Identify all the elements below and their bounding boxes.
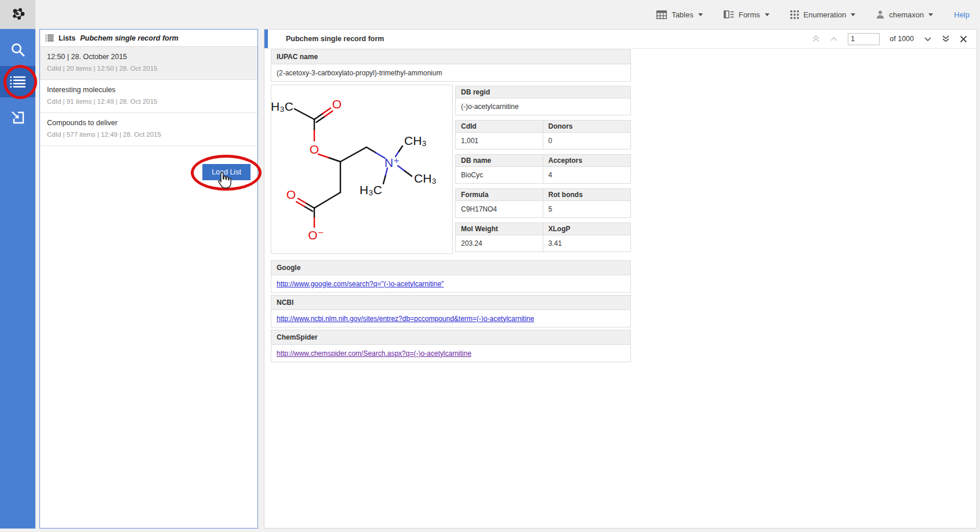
- field-label: Mol Weight: [455, 223, 543, 235]
- atom-label: O: [310, 143, 319, 156]
- app-root: { "topbar": { "menus": [ { "label": "Tab…: [0, 0, 980, 532]
- last-record-icon[interactable]: [942, 35, 950, 42]
- molecule-structure-drawing: H₃C O O N⁺ CH₃ CH₃ H₃C O O⁻: [271, 85, 452, 253]
- chemaxon-molecule-logo-icon: [9, 6, 27, 23]
- lists-panel-form-name: Pubchem single record form: [80, 34, 178, 42]
- list-item-title: Compounds to deliver: [47, 119, 251, 127]
- menu-tables[interactable]: Tables: [656, 10, 703, 19]
- previous-record-icon[interactable]: [830, 37, 838, 42]
- sidebar-item-import-list[interactable]: [0, 102, 35, 133]
- field-value: (-)o-acetylcarnitine: [455, 99, 631, 115]
- menu-enumeration[interactable]: Enumeration: [790, 10, 856, 19]
- red-circle-annotation-lists-icon: [3, 65, 37, 99]
- atom-label: H₃C: [271, 100, 293, 113]
- field-label: IUPAC name: [271, 49, 631, 64]
- caret-down-icon: [765, 13, 770, 16]
- field-row-molweight-xlogp: Mol Weight 203.24 XLogP 3.41: [455, 223, 631, 252]
- field-label: NCBI: [271, 295, 631, 310]
- field-row-formula-rotbonds: Formula C9H17NO4 Rot bonds 5: [455, 188, 631, 218]
- record-fields-column: DB regid (-)o-acetylcarnitine CdId 1,001…: [455, 86, 631, 257]
- list-item-title: Interesting molecules: [47, 86, 251, 94]
- field-label: CdId: [455, 120, 543, 133]
- field-rot-bonds: Rot bonds 5: [543, 188, 631, 218]
- forms-icon: [724, 10, 734, 19]
- menu-tables-label: Tables: [672, 10, 694, 19]
- menu-user[interactable]: chemaxon: [876, 10, 933, 19]
- molecule-structure-viewer[interactable]: H₃C O O N⁺ CH₃ CH₃ H₃C O O⁻: [271, 85, 453, 254]
- field-value: 203.24: [455, 235, 543, 252]
- field-row-cdid-donors: CdId 1,001 Donors 0: [455, 120, 631, 150]
- field-db-regid: DB regid (-)o-acetylcarnitine: [455, 86, 631, 115]
- list-item-meta: CdId | 91 items | 12:49 | 28. Oct 2015: [47, 98, 251, 105]
- field-google-link: Google http://www.google.com/search?q="(…: [271, 260, 631, 293]
- enumeration-icon: [790, 10, 799, 19]
- field-value: 3.41: [543, 235, 631, 252]
- field-row-dbname-acceptors: DB name BioCyc Acceptors 4: [455, 154, 631, 184]
- import-list-icon: [10, 110, 26, 125]
- field-acceptors: Acceptors 4: [543, 154, 631, 184]
- field-value: 0: [543, 133, 631, 150]
- first-record-icon[interactable]: [812, 35, 820, 42]
- list-item[interactable]: 12:50 | 28. October 2015 CdId | 20 items…: [40, 47, 257, 80]
- menu-enumeration-label: Enumeration: [804, 10, 847, 19]
- sidebar: [0, 29, 35, 529]
- caret-down-icon: [851, 13, 855, 16]
- field-db-name: DB name BioCyc: [455, 154, 543, 184]
- field-value: C9H17NO4: [455, 201, 543, 218]
- menu-user-label: chemaxon: [889, 10, 924, 19]
- top-bar: Tables Forms Enumeration: [0, 0, 980, 29]
- atom-label: O: [332, 97, 342, 111]
- atom-label: CH₃: [404, 134, 427, 147]
- help-link[interactable]: Help: [954, 10, 970, 19]
- field-label: ChemSpider: [271, 330, 631, 345]
- field-formula: Formula C9H17NO4: [455, 188, 543, 218]
- field-label: Google: [271, 260, 631, 275]
- form-title: Pubchem single record form: [286, 35, 384, 43]
- google-search-link[interactable]: http://www.google.com/search?q="(-)o-ace…: [277, 280, 444, 288]
- close-icon[interactable]: [960, 35, 967, 43]
- list-header-icon: [45, 34, 54, 42]
- menu-forms-label: Forms: [739, 10, 760, 19]
- field-label: Acceptors: [543, 154, 631, 167]
- field-ncbi-link: NCBI http://www.ncbi.nlm.nih.gov/sites/e…: [271, 295, 631, 327]
- atom-label: O: [286, 188, 296, 201]
- list-item-title: 12:50 | 28. October 2015: [47, 53, 251, 61]
- atom-label: N⁺: [384, 156, 400, 169]
- record-number-input[interactable]: [848, 33, 880, 45]
- caret-down-icon: [928, 13, 933, 16]
- list-item[interactable]: Compounds to deliver CdId | 577 items | …: [40, 113, 257, 146]
- chemspider-search-link[interactable]: http://www.chemspider.com/Search.aspx?q=…: [277, 349, 471, 358]
- atom-label: H₃C: [360, 183, 382, 196]
- user-icon: [876, 10, 884, 19]
- field-cdid: CdId 1,001: [455, 120, 543, 150]
- list-item[interactable]: Interesting molecules CdId | 91 items | …: [40, 80, 257, 113]
- ncbi-entrez-link[interactable]: http://www.ncbi.nlm.nih.gov/sites/entrez…: [277, 315, 534, 323]
- field-mol-weight: Mol Weight 203.24: [455, 223, 543, 252]
- field-value: BioCyc: [455, 167, 543, 184]
- next-record-icon[interactable]: [924, 37, 932, 42]
- search-icon: [10, 42, 26, 57]
- lists-panel-title: Lists: [59, 34, 75, 42]
- record-form-panel: Pubchem single record form of 1000: [264, 29, 977, 529]
- lists-panel: Lists Pubchem single record form 12:50 |…: [39, 29, 258, 529]
- field-chemspider-link: ChemSpider http://www.chemspider.com/Sea…: [271, 330, 631, 362]
- field-label: XLogP: [543, 223, 631, 235]
- field-label: Rot bonds: [543, 188, 631, 201]
- field-value: 5: [543, 201, 631, 218]
- form-header-accent: [264, 30, 268, 48]
- field-value: (2-acetoxy-3-carboxylato-propyl)-trimeth…: [271, 64, 631, 82]
- list-item-meta: CdId | 577 items | 12:49 | 28. Oct 2015: [47, 131, 251, 138]
- record-total-label: of 1000: [890, 35, 914, 43]
- lists-panel-header: Lists Pubchem single record form: [40, 30, 257, 47]
- field-value: 1,001: [455, 133, 543, 150]
- tables-icon: [656, 10, 667, 19]
- caret-down-icon: [698, 13, 703, 16]
- atom-label: O⁻: [308, 228, 324, 242]
- sidebar-item-search[interactable]: [0, 34, 35, 65]
- menu-forms[interactable]: Forms: [724, 10, 770, 19]
- field-iupac-name: IUPAC name (2-acetoxy-3-carboxylato-prop…: [271, 49, 631, 82]
- field-label: DB regid: [455, 86, 631, 99]
- field-value: 4: [543, 167, 631, 184]
- field-label: Donors: [543, 120, 631, 133]
- hand-cursor-icon: [217, 172, 232, 192]
